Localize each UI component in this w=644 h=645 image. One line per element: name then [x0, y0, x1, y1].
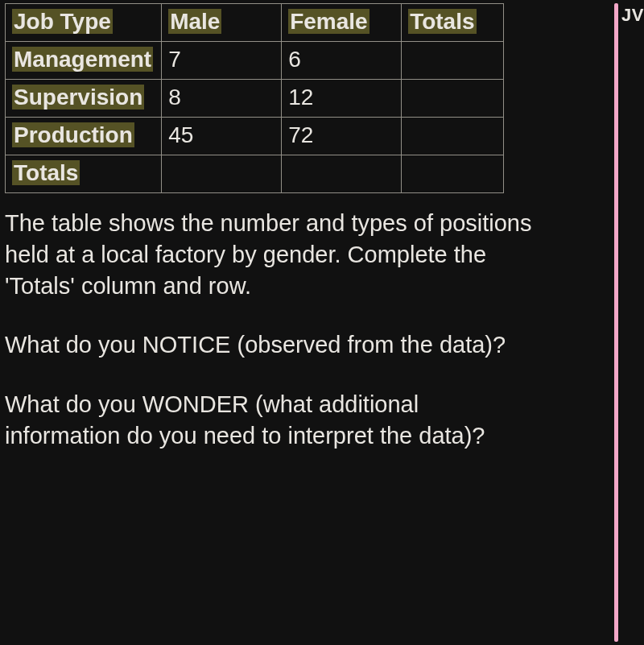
cell-female: 6 — [282, 42, 402, 80]
header-job-type-label: Job Type — [12, 9, 113, 34]
footer-male — [162, 155, 282, 193]
wonder-prompt: What do you WONDER (what additional info… — [5, 389, 536, 452]
row-label-management: Management — [6, 42, 162, 80]
corner-label: JV — [621, 5, 644, 26]
notice-prompt: What do you NOTICE (observed from the da… — [5, 329, 536, 361]
cell-totals — [402, 80, 504, 118]
footer-label-text: Totals — [12, 160, 80, 185]
header-male: Male — [162, 4, 282, 42]
vertical-divider — [614, 3, 618, 642]
cell-male: 45 — [162, 118, 282, 155]
footer-label-totals: Totals — [6, 155, 162, 193]
table-row: Production 45 72 — [6, 118, 504, 155]
job-positions-table: Job Type Male Female Totals Management 7… — [5, 3, 504, 193]
footer-totals — [402, 155, 504, 193]
table-row: Supervision 8 12 — [6, 80, 504, 118]
table-footer-row: Totals — [6, 155, 504, 193]
cell-male: 7 — [162, 42, 282, 80]
table-header-row: Job Type Male Female Totals — [6, 4, 504, 42]
cell-female: 72 — [282, 118, 402, 155]
cell-male: 8 — [162, 80, 282, 118]
header-job-type: Job Type — [6, 4, 162, 42]
cell-totals — [402, 42, 504, 80]
slide-content: Job Type Male Female Totals Management 7… — [0, 0, 620, 452]
row-label-text: Management — [12, 47, 153, 72]
header-female-label: Female — [288, 9, 369, 34]
cell-female: 12 — [282, 80, 402, 118]
header-totals: Totals — [402, 4, 504, 42]
row-label-supervision: Supervision — [6, 80, 162, 118]
row-label-production: Production — [6, 118, 162, 155]
table-row: Management 7 6 — [6, 42, 504, 80]
header-totals-label: Totals — [408, 9, 476, 34]
cell-totals — [402, 118, 504, 155]
header-female: Female — [282, 4, 402, 42]
footer-female — [282, 155, 402, 193]
intro-paragraph: The table shows the number and types of … — [5, 208, 536, 302]
header-male-label: Male — [168, 9, 221, 34]
row-label-text: Production — [12, 122, 134, 147]
row-label-text: Supervision — [12, 85, 144, 110]
